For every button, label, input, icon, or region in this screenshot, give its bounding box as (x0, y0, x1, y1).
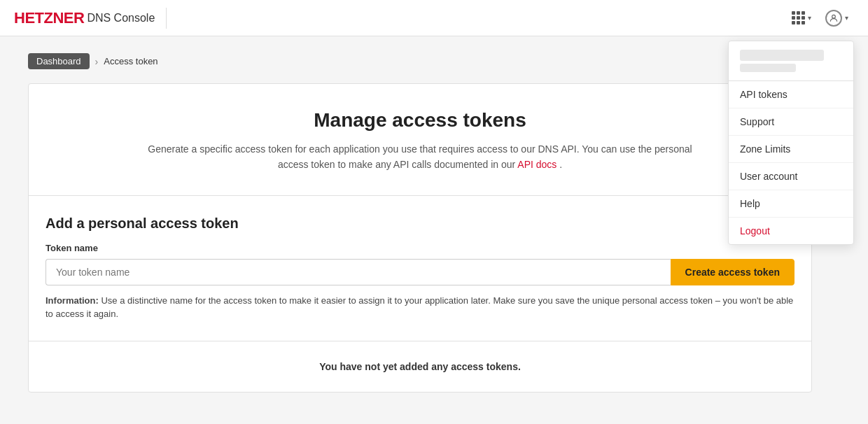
logo-hetzner-text: HETZNER (14, 9, 84, 27)
user-dropdown-menu: API tokens Support Zone Limits User acco… (728, 41, 854, 245)
dropdown-user-header (729, 41, 853, 81)
breadcrumb-separator: › (95, 56, 99, 67)
header: HETZNER DNS Console ▾ (0, 0, 868, 36)
grid-icon (792, 11, 805, 24)
apps-chevron-icon: ▾ (808, 14, 811, 22)
dropdown-user-sub (740, 64, 796, 72)
user-avatar-icon (825, 10, 842, 27)
page-title: Manage access tokens (46, 109, 794, 132)
dropdown-user-account[interactable]: User account (729, 163, 853, 190)
token-input-row: Create access token (46, 259, 794, 285)
breadcrumb: Dashboard › Access token (28, 53, 812, 69)
header-divider (166, 8, 167, 29)
api-docs-link[interactable]: API docs (517, 159, 556, 170)
user-menu-button[interactable]: ▾ (820, 6, 854, 31)
breadcrumb-dashboard[interactable]: Dashboard (28, 53, 90, 69)
page-content: Dashboard › Access token Manage access t… (0, 36, 840, 409)
hero-description: Generate a specific access token for eac… (133, 141, 707, 173)
dropdown-user-name (740, 50, 824, 61)
empty-state-section: You have not yet added any access tokens… (29, 341, 811, 392)
main-card: Manage access tokens Generate a specific… (28, 83, 812, 393)
create-token-button[interactable]: Create access token (671, 259, 794, 285)
hero-desc-text: Generate a specific access token for eac… (148, 143, 692, 170)
hetzner-logo: HETZNER DNS Console (14, 9, 155, 27)
info-text-body: Use a distinctive name for the access to… (46, 295, 793, 320)
token-name-input[interactable] (46, 259, 671, 285)
dropdown-zone-limits[interactable]: Zone Limits (729, 136, 853, 163)
dropdown-support[interactable]: Support (729, 108, 853, 136)
dropdown-help[interactable]: Help (729, 190, 853, 218)
section-title: Add a personal access token (46, 215, 794, 232)
svg-point-0 (832, 15, 836, 18)
hero-desc-end: . (559, 159, 562, 170)
info-text-bold: Information: (46, 295, 99, 306)
logo-console-text: DNS Console (87, 12, 155, 24)
hero-section: Manage access tokens Generate a specific… (29, 84, 811, 196)
breadcrumb-current: Access token (104, 56, 158, 66)
token-name-label: Token name (46, 243, 794, 253)
dropdown-api-tokens[interactable]: API tokens (729, 81, 853, 108)
header-left: HETZNER DNS Console (14, 8, 169, 29)
header-right: ▾ ▾ API tokens Support Zone Limits User … (786, 6, 854, 31)
dropdown-logout[interactable]: Logout (729, 218, 853, 244)
empty-state-text: You have not yet added any access tokens… (46, 361, 794, 372)
apps-button[interactable]: ▾ (786, 7, 817, 29)
user-chevron-icon: ▾ (845, 14, 848, 22)
token-form-section: Add a personal access token Token name C… (29, 196, 811, 341)
info-text: Information: Use a distinctive name for … (46, 294, 794, 321)
